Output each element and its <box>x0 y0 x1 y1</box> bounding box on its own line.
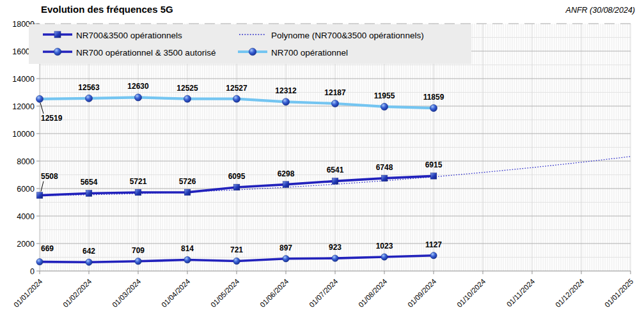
svg-text:12563: 12563 <box>78 83 100 92</box>
legend: NR700&3500 opérationnels Polynome (NR700… <box>29 24 471 64</box>
svg-text:642: 642 <box>82 247 95 256</box>
legend-item-polynome: Polynome (NR700&3500 opérationnels) <box>238 29 471 42</box>
series-line-sphere-dark-icon <box>43 47 72 59</box>
series-line-sphere-light-icon <box>238 47 267 59</box>
svg-text:6298: 6298 <box>278 169 295 178</box>
svg-text:0: 0 <box>30 267 35 276</box>
svg-text:721: 721 <box>230 245 243 254</box>
svg-text:01/05/2024: 01/05/2024 <box>209 277 241 309</box>
svg-text:01/12/2024: 01/12/2024 <box>554 277 586 309</box>
legend-label: NR700&3500 opérationnels <box>76 31 182 40</box>
svg-text:12000: 12000 <box>12 102 35 111</box>
series-line-square-icon <box>43 29 72 42</box>
svg-text:11859: 11859 <box>423 93 444 102</box>
svg-text:01/04/2024: 01/04/2024 <box>160 277 192 309</box>
legend-item-nr700-op-3500-autorise: NR700 opérationnel & 3500 autorisé <box>43 47 238 59</box>
svg-text:8000: 8000 <box>17 157 35 166</box>
svg-text:6095: 6095 <box>228 172 246 181</box>
svg-text:01/06/2024: 01/06/2024 <box>258 277 290 309</box>
svg-text:5726: 5726 <box>179 177 196 186</box>
legend-label: Polynome (NR700&3500 opérationnels) <box>271 31 424 40</box>
svg-text:10000: 10000 <box>12 130 35 139</box>
svg-text:1023: 1023 <box>376 242 393 251</box>
svg-text:5721: 5721 <box>130 177 147 186</box>
svg-text:01/11/2024: 01/11/2024 <box>505 277 537 309</box>
svg-text:12525: 12525 <box>177 84 198 93</box>
svg-text:1127: 1127 <box>425 240 442 249</box>
svg-text:01/02/2024: 01/02/2024 <box>61 277 93 309</box>
svg-text:12187: 12187 <box>324 88 346 97</box>
svg-text:814: 814 <box>181 244 194 253</box>
svg-text:709: 709 <box>132 246 145 255</box>
svg-text:12519: 12519 <box>41 114 63 123</box>
legend-item-nr700-3500-operationnels: NR700&3500 opérationnels <box>43 29 238 42</box>
svg-text:01/08/2024: 01/08/2024 <box>357 277 389 309</box>
svg-text:669: 669 <box>41 244 54 253</box>
svg-text:923: 923 <box>329 243 342 252</box>
svg-text:12630: 12630 <box>127 82 149 91</box>
svg-text:01/03/2024: 01/03/2024 <box>111 277 143 309</box>
svg-text:01/07/2024: 01/07/2024 <box>308 277 340 309</box>
svg-text:01/09/2024: 01/09/2024 <box>406 277 438 309</box>
svg-text:6000: 6000 <box>17 185 35 194</box>
legend-label: NR700 opérationnel & 3500 autorisé <box>76 48 216 58</box>
legend-label: NR700 opérationnel <box>271 48 348 58</box>
svg-text:01/01/2025: 01/01/2025 <box>603 277 634 309</box>
svg-text:11955: 11955 <box>374 91 395 100</box>
svg-text:4000: 4000 <box>17 212 35 221</box>
svg-text:6915: 6915 <box>425 160 443 169</box>
chart-page: Evolution des fréquences 5G ANFR (30/08/… <box>0 0 644 317</box>
svg-text:897: 897 <box>279 244 292 252</box>
svg-text:5508: 5508 <box>41 172 58 181</box>
svg-text:01/10/2024: 01/10/2024 <box>455 277 487 309</box>
svg-text:12312: 12312 <box>275 86 297 95</box>
svg-text:6541: 6541 <box>327 166 344 174</box>
svg-text:14000: 14000 <box>12 75 35 84</box>
legend-item-nr700-operationnel: NR700 opérationnel <box>238 47 471 59</box>
svg-text:01/01/2024: 01/01/2024 <box>12 277 44 309</box>
trend-dotted-line-icon <box>238 29 267 42</box>
svg-text:6748: 6748 <box>376 163 393 172</box>
svg-text:12527: 12527 <box>226 84 247 93</box>
svg-text:5654: 5654 <box>81 178 98 187</box>
svg-text:2000: 2000 <box>17 240 35 249</box>
